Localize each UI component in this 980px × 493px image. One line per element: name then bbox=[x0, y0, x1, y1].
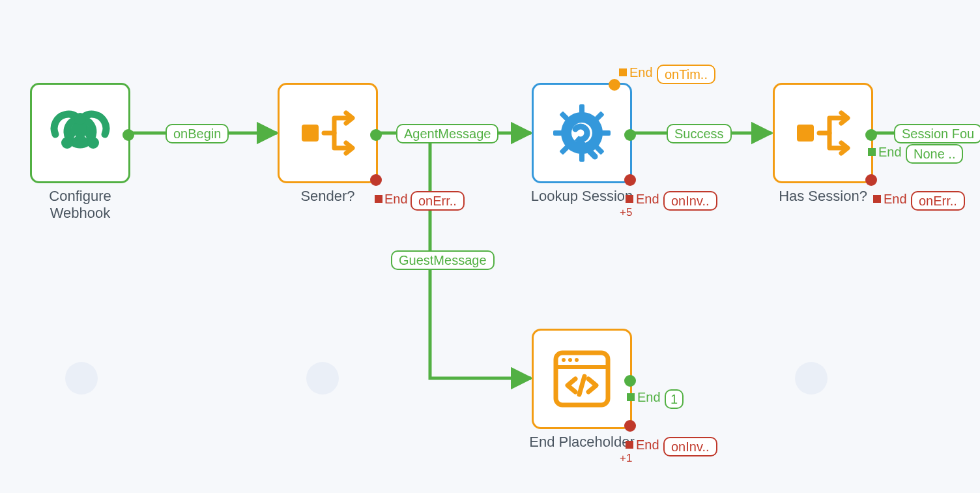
end-label: End bbox=[884, 192, 907, 207]
edge-label-success[interactable]: Success bbox=[667, 124, 732, 143]
code-window-icon bbox=[551, 348, 613, 410]
node-label: Lookup Session bbox=[531, 188, 633, 205]
node-sender[interactable]: Sender? bbox=[278, 83, 378, 183]
edge-label-agentmessage[interactable]: AgentMessage bbox=[396, 124, 498, 143]
bg-circle bbox=[306, 362, 339, 395]
output-port-success[interactable] bbox=[370, 129, 382, 141]
edge-label-onbegin[interactable]: onBegin bbox=[166, 124, 229, 143]
node-end-placeholder[interactable]: End Placeholder bbox=[532, 329, 632, 429]
node-label: End Placeholder bbox=[529, 434, 634, 451]
gear-wrench-icon bbox=[549, 100, 614, 166]
stop-icon bbox=[626, 441, 633, 449]
error-tag-onerr[interactable]: onErr.. bbox=[411, 191, 465, 211]
output-port-found[interactable] bbox=[865, 129, 877, 141]
error-tag-oninv[interactable]: onInv.. bbox=[663, 437, 717, 456]
plus-count: +5 bbox=[620, 206, 632, 219]
edge-label-guestmessage[interactable]: GuestMessage bbox=[391, 250, 495, 270]
node-label: Has Session? bbox=[779, 188, 867, 205]
error-tag-onerr[interactable]: onErr.. bbox=[911, 191, 965, 211]
connection-layer bbox=[0, 0, 980, 493]
output-port-timeout[interactable] bbox=[609, 79, 620, 91]
end-label: End bbox=[637, 390, 661, 405]
end-label: End bbox=[384, 192, 408, 207]
output-port[interactable] bbox=[122, 129, 134, 141]
node-label: Sender? bbox=[300, 188, 354, 205]
error-tag-oninv[interactable]: onInv.. bbox=[663, 191, 717, 211]
stop-icon bbox=[626, 195, 633, 203]
branch-icon bbox=[302, 110, 354, 156]
output-port-error[interactable] bbox=[865, 174, 877, 186]
stop-icon bbox=[873, 195, 881, 203]
end-label: End bbox=[629, 65, 653, 80]
node-has-session[interactable]: Has Session? bbox=[773, 83, 873, 183]
svg-rect-3 bbox=[579, 104, 584, 113]
node-configure-webhook[interactable]: Configure Webhook bbox=[30, 83, 130, 183]
node-lookup-session[interactable]: Lookup Session bbox=[532, 83, 632, 183]
svg-point-13 bbox=[562, 358, 566, 362]
output-port-error[interactable] bbox=[624, 420, 636, 432]
svg-rect-4 bbox=[579, 153, 584, 162]
svg-point-1 bbox=[61, 137, 73, 149]
timeout-tag-ontim[interactable]: onTim.. bbox=[657, 65, 715, 84]
svg-rect-6 bbox=[601, 130, 611, 136]
svg-point-2 bbox=[87, 137, 99, 149]
svg-point-0 bbox=[74, 113, 86, 125]
flow-canvas[interactable]: { "nodes": { "configure_webhook": { "lab… bbox=[0, 0, 980, 493]
stop-icon bbox=[868, 148, 876, 156]
count-tag-1[interactable]: 1 bbox=[665, 389, 684, 409]
bg-circle bbox=[795, 362, 828, 395]
stop-icon bbox=[627, 393, 635, 401]
edge-label-sessionfound[interactable]: Session Fou bbox=[894, 124, 980, 143]
stop-icon bbox=[375, 195, 382, 203]
svg-point-14 bbox=[568, 358, 572, 362]
branch-icon bbox=[797, 110, 849, 156]
end-label: End bbox=[636, 438, 659, 453]
node-label: Configure Webhook bbox=[25, 188, 136, 222]
bg-circle bbox=[65, 362, 98, 395]
end-label: End bbox=[878, 145, 902, 160]
stop-icon bbox=[619, 68, 627, 76]
output-port-success[interactable] bbox=[624, 375, 636, 387]
svg-rect-5 bbox=[553, 130, 562, 136]
output-port-error[interactable] bbox=[624, 174, 636, 186]
svg-point-15 bbox=[575, 358, 579, 362]
none-tag[interactable]: None .. bbox=[906, 144, 963, 164]
output-port-error[interactable] bbox=[370, 174, 382, 186]
output-port-success[interactable] bbox=[624, 129, 636, 141]
end-label: End bbox=[636, 192, 659, 207]
plus-count: +1 bbox=[620, 452, 632, 465]
webhook-icon bbox=[48, 100, 113, 166]
